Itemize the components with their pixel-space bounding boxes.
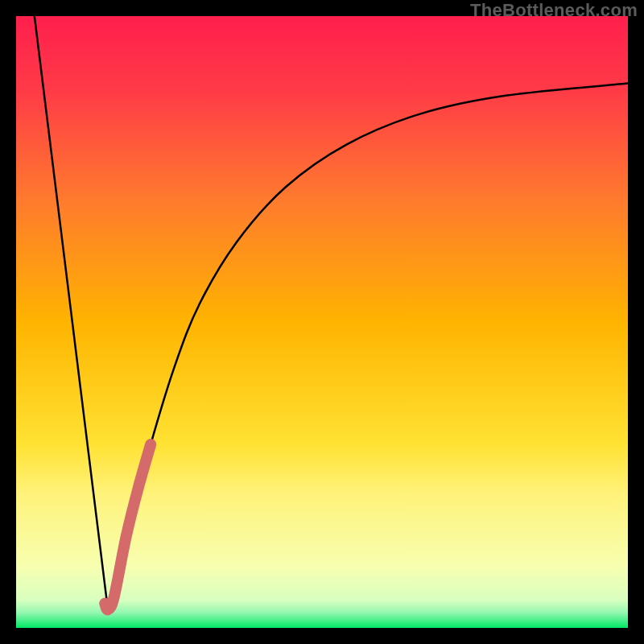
plot-svg (16, 16, 628, 628)
watermark-text: TheBottleneck.com (470, 0, 638, 21)
gradient-fill (16, 16, 628, 628)
plot-area (16, 16, 628, 628)
chart-frame: TheBottleneck.com (0, 0, 644, 644)
